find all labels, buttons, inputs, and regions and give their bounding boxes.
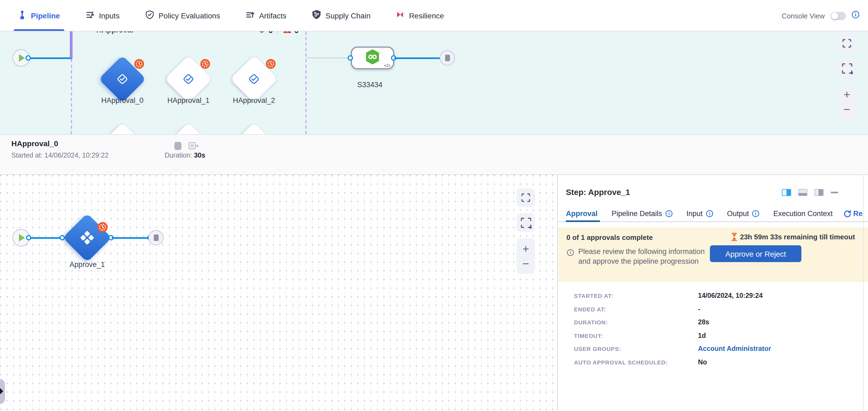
approval-diamonds-icon [79,230,95,246]
duration-label: Duration: [165,152,194,159]
play-icon [19,234,25,242]
app-root: Pipeline Inputs Policy Evaluations Artif… [0,0,868,411]
tab-input[interactable]: Input [686,206,713,221]
step-end-node[interactable] [148,230,163,245]
connector-line [112,237,150,239]
refresh-icon [843,210,851,217]
tab-supply-chain[interactable]: Supply Chain [307,0,376,31]
success-count: 0 [269,31,273,34]
tab-artifacts[interactable]: Artifacts [240,0,292,31]
zoom-in-button[interactable]: + [844,89,850,100]
tab-label: Inputs [99,11,119,20]
tab-label: Pipeline [31,11,60,20]
approve-or-reject-button[interactable]: Approve or Reject [710,245,801,262]
tab-label: Supply Chain [326,11,371,20]
node-label: HApproval_2 [216,96,292,104]
tab-policy-evaluations[interactable]: Policy Evaluations [140,0,225,31]
step-details-panel: Step: Approve_1 Approval Pipeline Detail… [558,175,868,411]
connector-line-gray [307,57,351,59]
dock-bottom-icon[interactable] [798,189,807,196]
graph-controls: + − [838,34,856,120]
approvals-progress-text: 0 of 1 approvals complete [566,233,653,242]
node-label: S33434 [343,81,397,89]
step-node-partial[interactable] [98,122,146,134]
detail-value: No [698,358,771,366]
tab-output[interactable]: Output [727,206,759,221]
info-icon[interactable] [852,11,859,21]
dock-right-icon[interactable] [814,189,824,196]
stage-boundary-right [305,31,307,134]
tab-approval[interactable]: Approval [566,206,597,221]
zoom-out-button[interactable]: − [523,258,529,269]
info-icon [567,249,574,258]
panel-view-controls [782,189,838,196]
user-groups-link[interactable]: Account Administrator [698,345,771,352]
connector-line [394,57,441,59]
shield-check-outline-icon [145,10,154,21]
zoom-out-button[interactable]: − [844,103,850,115]
tab-resilience[interactable]: Resilience [391,0,450,31]
step-node-approve-1[interactable] [63,213,112,262]
zoom-in-button[interactable]: + [523,243,529,254]
fit-to-view-button[interactable] [517,213,535,232]
pipeline-end-node[interactable] [440,50,455,65]
stage-status-badges: 0 0 [258,31,299,35]
tab-label: Input [686,210,703,218]
panel-title: Step: Approve_1 [566,187,630,196]
warning-triangle-icon [283,31,291,35]
abort-icon[interactable] [174,142,181,150]
fullscreen-button[interactable] [838,34,856,53]
tab-inputs[interactable]: Inputs [80,0,125,31]
timeout-text: 23h 59m 33s remaining till timeout [740,233,855,241]
step-node-partial[interactable] [165,122,212,134]
info-icon [706,210,713,217]
step-node-s33434[interactable]: </> [351,46,394,69]
split-view-icon[interactable] [782,189,791,196]
approval-banner: 0 of 1 approvals complete 23h 59m 33s re… [558,227,868,282]
stage-started-at: Started at: 14/06/2024, 10:29:22 [11,152,108,159]
marquee-icon [521,217,531,228]
review-line-1: Please review the following information [578,247,705,256]
approval-check-icon [247,72,261,86]
fit-to-view-button[interactable] [838,59,856,77]
stage-header: HApproval [86,31,133,34]
skip-condition-icon[interactable] [188,142,199,152]
connector-line [29,237,63,239]
drawer-handle[interactable] [0,379,5,404]
graph-controls: + − [517,188,535,274]
detail-value: 28s [698,318,771,326]
tab-label: Execution Context [773,210,833,218]
stage-duration: Duration: 30s [165,152,205,159]
play-icon [19,54,25,62]
connector-port [348,55,353,61]
fullscreen-button[interactable] [517,188,535,207]
info-icon [665,210,672,217]
console-view-toggle[interactable] [831,12,846,20]
step-execution-graph: Approve_1 + − [0,175,558,411]
timeout-remaining: 23h 59m 33s remaining till timeout [731,233,855,241]
minimize-icon[interactable] [831,192,838,193]
detail-value: 14/06/2024, 10:29:24 [698,292,771,299]
tab-pipeline-details[interactable]: Pipeline Details [612,206,672,221]
timeout-clock-badge [200,59,210,69]
timeout-clock-badge [97,222,108,232]
refresh-label: Re [853,210,863,218]
step-node-partial[interactable] [230,122,278,134]
tab-pipeline[interactable]: Pipeline [12,0,65,31]
timeout-clock-badge [134,59,144,69]
stage-summary-bar: HApproval_0 Started at: 14/06/2024, 10:2… [0,134,868,175]
tab-label: Output [727,210,749,218]
node-label: HApproval_0 [85,96,160,104]
stop-icon [445,55,450,61]
refresh-button[interactable]: Re [843,206,863,221]
stage-name: HApproval [96,31,133,34]
tab-execution-context[interactable]: Execution Context [773,206,833,221]
node-label: Approve_1 [52,260,122,268]
detail-label: AUTO APPROVAL SCHEDULED: [574,359,698,365]
hourglass-icon [731,233,737,241]
pipeline-icon [18,10,27,21]
tab-label: Approval [566,210,597,218]
resilience-icon [396,10,405,21]
approval-details: STARTED AT: 14/06/2024, 10:29:24 ENDED A… [574,292,771,366]
shield-network-icon [312,10,321,21]
